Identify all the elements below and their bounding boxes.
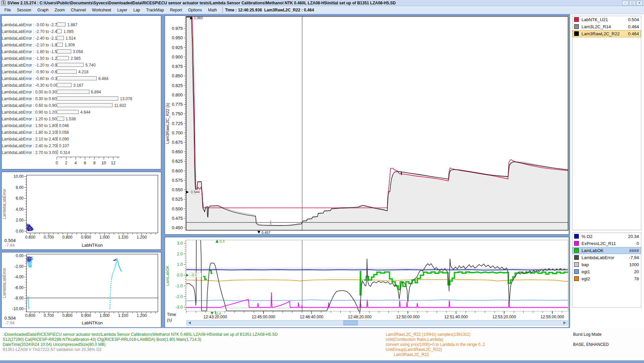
legend-row-lambdalaberror[interactable]: LambdaLabError-7.94 [572, 254, 641, 261]
scatter1-chart[interactable]: 0.002.004.006.008.0010.000.6000.7000.800… [2, 172, 162, 250]
svg-text:0.725: 0.725 [172, 121, 183, 126]
histogram-bin-value: 4.644 [80, 110, 90, 115]
close-button[interactable]: ✕ [636, 1, 643, 5]
legend-row-lam3rawl2c-r22[interactable]: Lam3RawL2C_R220.464 [572, 30, 641, 37]
main-lambda-chart-panel[interactable]: 0.4500.4750.5000.5250.5500.5750.6000.625… [165, 15, 569, 235]
svg-text:1.000: 1.000 [99, 313, 110, 318]
scatter-plot-bottom-panel[interactable]: -10.00-8.00-6.00-4.00-2.000.000.6000.700… [1, 252, 161, 328]
cursor-y-value: -7.94 [5, 321, 15, 325]
x-axis-label: LabNTKon [82, 243, 102, 248]
legend-row-bap[interactable]: bap1000 [572, 261, 641, 268]
legend-row-egt1[interactable]: egt120 [572, 268, 641, 275]
histogram-bin-label: LambdaLabError : -2.70 to -2.40 [2, 29, 55, 34]
svg-text:0.950: 0.950 [172, 35, 183, 40]
menu-item-file[interactable]: File [1, 7, 14, 13]
channel-value: 0 [637, 240, 639, 247]
svg-text:-0.0: -0.0 [191, 273, 197, 277]
svg-text:0.625: 0.625 [172, 159, 183, 164]
channel-name: bap [582, 261, 589, 268]
y-axis-label: Lam3RawL2C_R22 (λ) [165, 103, 170, 144]
histogram-bin-label: LambdaLabError : 0.30 to 0.60 [2, 96, 55, 101]
histogram-row: LambdaLabError : 0.00 to 0.306.894 [2, 89, 160, 95]
menu-item-zoom[interactable]: Zoom [51, 7, 68, 13]
svg-text:0.600: 0.600 [25, 235, 35, 240]
legend-row-lam3l2c-r14[interactable]: Lam3L2C_R140.464 [572, 23, 641, 30]
histogram-bin-value: 6.894 [91, 90, 101, 94]
menu-item-lap[interactable]: Lap [130, 7, 143, 13]
cursor-time-readout: Time : 12:46:25.936 Lam3RawL2C_R22 : 0.4… [225, 8, 314, 12]
legend-row-labntk-u21[interactable]: LabNTK_U210.504 [572, 16, 641, 23]
histogram-row: LambdaLabError : -0.60 to -0.308.484 [2, 75, 160, 82]
svg-text:0.900: 0.900 [81, 313, 91, 318]
channel-value: 0.464 [628, 23, 639, 30]
svg-text:0.550: 0.550 [172, 187, 183, 192]
menu-item-trackmap[interactable]: TrackMap [143, 7, 167, 13]
histogram-bar [57, 137, 57, 141]
svg-text:4: 4 [75, 161, 77, 165]
legend-row--o2[interactable]: % O220.34 [572, 233, 641, 240]
histogram-bin-label: LambdaLabError : 2.40 to 2.70 [2, 144, 55, 148]
menu-item-session[interactable]: Session [14, 7, 34, 13]
histogram-row: LambdaLabError : -1.50 to -1.202.585 [2, 55, 160, 62]
svg-text:0.457: 0.457 [262, 231, 270, 235]
histogram-bin-value: 3.058 [73, 49, 83, 54]
histogram-row: LambdaLabError : 1.50 to 1.800.046 [2, 122, 160, 129]
min-marker-icon [257, 231, 260, 234]
maximize-button[interactable]: ▢ [629, 1, 636, 5]
channel-name: LabNTK_U21 [582, 16, 608, 23]
legend-row-expressl2c-r11[interactable]: ExPressL2C_R110 [572, 240, 641, 247]
time-scrollbar[interactable] [186, 320, 568, 325]
lambda-error-histogram-panel[interactable]: LambdaLabError : -3.00 to -2.701.887Lamb… [1, 15, 161, 169]
svg-text:0.0: 0.0 [177, 273, 183, 278]
histogram-bar [57, 83, 72, 87]
svg-text:0.800: 0.800 [62, 313, 73, 318]
cursor-x-value: 0.504 [4, 316, 16, 321]
menu-item-layer[interactable]: Layer [114, 7, 130, 13]
menu-item-channel[interactable]: Channel [68, 7, 89, 13]
svg-text:6: 6 [84, 161, 86, 165]
lower-multichannel-chart-panel[interactable]: -3.0-2.0-1.00.01.02.03.00.4-0.4-0.0LamLa… [165, 237, 569, 328]
menu-item-worksheet[interactable]: Worksheet [89, 7, 114, 13]
histogram-bin-label: LambdaLabError : 2.70 to 3.00 [2, 150, 55, 155]
histogram-bin-label: LambdaLabError : 1.50 to 1.80 [2, 123, 55, 128]
svg-text:-4.00: -4.00 [14, 275, 24, 279]
minimize-button[interactable]: ─ [622, 1, 629, 5]
histogram-bin-value: 0.058 [59, 130, 69, 135]
histogram-row: LambdaLabError : -3.00 to -2.701.887 [2, 22, 160, 28]
main-chart[interactable]: 0.4500.4750.5000.5250.5500.5750.6000.625… [165, 16, 569, 235]
menu-separator [222, 7, 223, 13]
svg-text:-10.00: -10.00 [12, 307, 24, 311]
scatter2-chart[interactable]: -10.00-8.00-6.00-4.00-2.000.000.6000.700… [2, 252, 162, 328]
svg-text:-2.00: -2.00 [14, 264, 24, 269]
channel-name: egt1 [582, 268, 590, 275]
histogram-row: LambdaLabError : -2.70 to -2.401.085 [2, 28, 160, 35]
svg-text:10.00: 10.00 [13, 174, 24, 179]
menu-bar: FileSessionGraphZoomChannelWorksheetLaye… [0, 6, 644, 14]
histogram-bar [57, 56, 69, 60]
status-file-info-line: S12(27290) Cal(RICESP-RR286-NTKcalibrati… [3, 337, 201, 342]
status-channel-info-line: Lam3RawL2C_R22 [394, 352, 429, 357]
channel-value: 0.504 [628, 16, 639, 23]
menu-item-report[interactable]: Report [167, 7, 185, 13]
svg-text:8.00: 8.00 [16, 185, 24, 190]
menu-item-math[interactable]: Math [205, 7, 220, 13]
status-file-info-line: DateTime(2024\9\24 10:04) UncompressedSi… [3, 342, 105, 347]
histogram-bar [57, 90, 89, 94]
legend-row-egt2[interactable]: egt278 [572, 275, 641, 282]
channel-legend-column: LabNTK_U210.504Lam3L2C_R140.464Lam3RawL2… [570, 14, 644, 328]
histogram-row: LambdaLabError : 0.90 to 1.204.644 [2, 109, 160, 116]
channel-name: ExPressL2C_R11 [582, 240, 616, 247]
histogram-bar [57, 96, 118, 100]
time-scrollbar-thumb[interactable] [344, 321, 357, 325]
menu-item-options[interactable]: Options [185, 7, 205, 13]
legend-row-lamlabok[interactable]: LamLabOK#### [572, 247, 641, 254]
channel-name: Lam3L2C_R14 [582, 23, 611, 30]
histogram-bin-value: 1.538 [66, 117, 76, 121]
status-log-mode-line: Burst Log Mode [573, 332, 602, 337]
svg-text:0.600: 0.600 [25, 313, 35, 318]
histogram-bar [57, 117, 64, 121]
menu-item-graph[interactable]: Graph [34, 7, 51, 13]
scatter-plot-top-panel[interactable]: 0.002.004.006.008.0010.000.6000.7000.800… [1, 172, 161, 250]
lower-chart[interactable]: -3.0-2.0-1.00.01.02.03.00.4-0.4-0.0LamLa… [165, 237, 569, 328]
svg-text:12: 12 [111, 161, 116, 165]
